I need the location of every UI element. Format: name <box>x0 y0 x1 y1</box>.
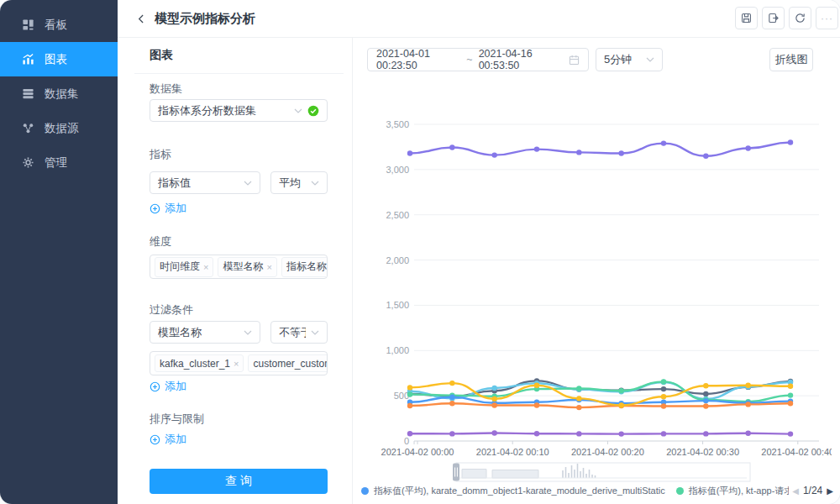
series-point[interactable] <box>745 145 750 150</box>
interval-select[interactable]: 5分钟 <box>596 48 663 71</box>
series-point[interactable] <box>703 431 708 436</box>
series-point[interactable] <box>788 431 793 436</box>
series-point[interactable] <box>661 140 666 145</box>
metric-agg-select[interactable]: 平均 <box>270 171 328 194</box>
series-point[interactable] <box>491 396 496 402</box>
series-point[interactable] <box>576 396 581 401</box>
series-point[interactable] <box>703 398 708 403</box>
app-window: 看板 图表 数据集 数据源 管理 模型示例指标分析 <box>0 0 840 504</box>
series-point[interactable] <box>407 150 412 155</box>
legend-pager: ◀ 1/24 ▶ <box>789 485 833 496</box>
series-point[interactable] <box>491 402 496 407</box>
series-point[interactable] <box>745 383 750 388</box>
plus-circle-icon <box>150 381 160 392</box>
refresh-button[interactable] <box>789 7 811 29</box>
legend-label: 指标值(平均), kt-app-请求数 <box>689 485 790 497</box>
dataset-select[interactable]: 指标体系分析数据集 <box>150 99 328 122</box>
series-point[interactable] <box>449 144 454 150</box>
series-point[interactable] <box>661 403 666 408</box>
series-point[interactable] <box>407 403 412 408</box>
series-point[interactable] <box>661 431 666 436</box>
add-label: 添加 <box>165 201 186 216</box>
sidebar-item-datasources[interactable]: 数据源 <box>0 111 118 145</box>
series-point[interactable] <box>703 383 708 388</box>
filter-op-select[interactable]: 不等于 <box>270 321 328 344</box>
metric-field-select[interactable]: 指标值 <box>150 171 260 194</box>
sidebar-item-dashboard[interactable]: 看板 <box>0 8 118 42</box>
remove-tag-icon[interactable]: × <box>234 359 239 369</box>
sidebar-item-admin[interactable]: 管理 <box>0 145 118 180</box>
dashboard-icon <box>22 18 34 31</box>
add-filter-link[interactable]: 添加 <box>150 379 186 394</box>
refresh-icon <box>794 12 806 24</box>
series-point[interactable] <box>534 431 539 436</box>
more-button[interactable]: ··· <box>816 7 838 29</box>
header-actions: ··· <box>735 7 838 29</box>
series-point[interactable] <box>576 431 581 436</box>
filter-field-select[interactable]: 模型名称 <box>150 321 260 344</box>
add-label: 添加 <box>165 379 186 394</box>
series-point[interactable] <box>491 386 496 391</box>
remove-tag-icon[interactable]: × <box>266 262 271 272</box>
series-point[interactable] <box>703 403 708 408</box>
series-point[interactable] <box>618 431 623 436</box>
chevron-down-icon <box>646 57 654 62</box>
series-point[interactable] <box>576 150 581 155</box>
legend-next-icon[interactable]: ▶ <box>827 486 833 496</box>
back-icon[interactable] <box>136 13 147 24</box>
series-point[interactable] <box>788 139 793 144</box>
legend-page-indicator: 1/24 <box>803 485 822 496</box>
series-point[interactable] <box>491 152 496 157</box>
series-point[interactable] <box>788 392 793 397</box>
filter-value-tag: kafka_cluster_1× <box>155 354 244 372</box>
series-point[interactable] <box>576 405 581 410</box>
dimension-tags-box[interactable]: 时间维度× 模型名称× 指标名称× <box>150 255 328 279</box>
series-point[interactable] <box>407 385 412 390</box>
page-header: 模型示例指标分析 ··· <box>118 0 840 38</box>
series-point[interactable] <box>745 402 750 407</box>
series-point[interactable] <box>407 391 412 396</box>
series-point[interactable] <box>534 146 539 151</box>
y-axis-label: 2,500 <box>386 210 409 220</box>
legend-item[interactable]: 指标值(平均), kt-app-请求数 <box>676 485 790 497</box>
series-point[interactable] <box>407 431 412 436</box>
series-point[interactable] <box>788 401 793 406</box>
add-sort-link[interactable]: 添加 <box>150 432 186 447</box>
series-point[interactable] <box>661 379 666 384</box>
x-axis-label: 2021-04-02 00:40 <box>761 447 832 457</box>
legend-prev-icon[interactable]: ◀ <box>792 486 799 496</box>
legend-item[interactable]: 指标值(平均), karate_domm_object1-karate_modu… <box>361 485 665 497</box>
series-point[interactable] <box>661 394 666 399</box>
chart-type-button[interactable]: 折线图 <box>769 48 813 71</box>
sidebar-item-charts[interactable]: 图表 <box>0 42 118 76</box>
series-point[interactable] <box>491 430 496 435</box>
series-point[interactable] <box>449 381 454 386</box>
series-point[interactable] <box>618 150 623 155</box>
series-point[interactable] <box>618 402 623 407</box>
save-button[interactable] <box>735 7 758 29</box>
series-point[interactable] <box>449 401 454 406</box>
query-button[interactable]: 查 询 <box>150 469 328 494</box>
series-point[interactable] <box>703 154 708 159</box>
sidebar-item-datasets[interactable]: 数据集 <box>0 76 118 111</box>
filter-values-box[interactable]: kafka_cluster_1× customer_customer× <box>150 351 328 375</box>
export-button[interactable] <box>762 7 785 29</box>
series-point[interactable] <box>703 391 708 396</box>
add-metric-link[interactable]: 添加 <box>150 201 186 216</box>
series-point[interactable] <box>576 386 581 391</box>
dataset-icon <box>22 87 34 100</box>
series-point[interactable] <box>449 431 454 436</box>
series-point[interactable] <box>534 402 539 407</box>
series-point[interactable] <box>534 383 539 388</box>
brush-handle[interactable] <box>453 464 459 481</box>
dimension-tag: 模型名称× <box>218 257 276 277</box>
sidebar-item-label: 数据源 <box>45 121 79 136</box>
series-point[interactable] <box>745 431 750 436</box>
series-point[interactable] <box>661 386 666 391</box>
remove-tag-icon[interactable]: × <box>203 262 208 272</box>
series-point[interactable] <box>449 395 454 400</box>
datazoom-brush[interactable] <box>453 463 750 481</box>
date-range-picker[interactable]: 2021-04-01 00:23:50 ~ 2021-04-16 00:53:5… <box>367 48 589 71</box>
series-point[interactable] <box>618 388 623 393</box>
series-point[interactable] <box>788 384 793 389</box>
